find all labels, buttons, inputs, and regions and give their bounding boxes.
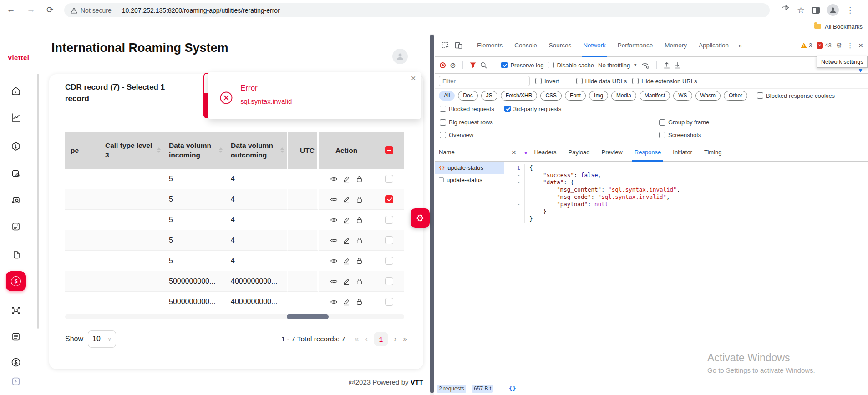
tab-sources[interactable]: Sources xyxy=(543,34,578,57)
tab-network[interactable]: Network xyxy=(577,34,612,57)
not-secure-icon[interactable] xyxy=(71,7,77,14)
col-header-type[interactable]: pe xyxy=(65,132,100,169)
row-checkbox[interactable] xyxy=(385,236,393,244)
camera-sync-icon[interactable] xyxy=(10,195,21,206)
lock-icon[interactable] xyxy=(355,257,363,265)
tab-memory[interactable]: Memory xyxy=(659,34,693,57)
page-scroll-thumb[interactable] xyxy=(430,35,434,393)
current-page-button[interactable]: 1 xyxy=(374,332,388,346)
col-header-select-all[interactable] xyxy=(374,132,404,169)
edit-icon[interactable] xyxy=(343,216,350,224)
edit-icon[interactable] xyxy=(343,257,350,265)
network-nodes-icon[interactable] xyxy=(10,305,21,316)
col-header-data-outcoming[interactable]: Data volumn outcoming xyxy=(225,132,287,169)
row-checkbox[interactable] xyxy=(385,216,393,224)
bookmark-star-icon[interactable]: ☆ xyxy=(797,5,805,15)
user-avatar[interactable] xyxy=(392,49,408,64)
filter-pill-wasm[interactable]: Wasm xyxy=(695,91,721,101)
search-icon[interactable] xyxy=(480,62,487,69)
select-all-checkbox[interactable] xyxy=(385,146,393,154)
request-row[interactable]: update-status xyxy=(435,174,504,186)
chip-settings-icon[interactable] xyxy=(10,168,21,179)
view-icon[interactable] xyxy=(330,196,338,203)
row-checkbox[interactable] xyxy=(385,175,393,183)
more-tabs-icon[interactable]: » xyxy=(735,41,746,49)
view-icon[interactable] xyxy=(330,175,338,183)
sort-icons[interactable] xyxy=(280,147,284,153)
filter-pill-js[interactable]: JS xyxy=(481,91,497,101)
filter-pill-other[interactable]: Other xyxy=(724,91,747,101)
all-bookmarks-label[interactable]: All Bookmarks xyxy=(825,23,863,30)
col-header-utc[interactable]: UTC xyxy=(287,132,319,169)
devtools-close-icon[interactable]: ✕ xyxy=(858,42,863,49)
browser-menu-icon[interactable]: ⋮ xyxy=(846,5,854,15)
hscroll-thumb[interactable] xyxy=(287,314,329,319)
request-row-selected[interactable]: {} update-status xyxy=(435,162,504,174)
overview-checkbox[interactable]: Overview xyxy=(440,132,473,138)
billing-active-item[interactable]: $ xyxy=(6,271,26,291)
disable-cache-checkbox[interactable]: Disable cache xyxy=(548,62,594,69)
home-icon[interactable] xyxy=(10,86,21,96)
errors-badge[interactable]: ✕ 43 xyxy=(817,42,831,49)
tab-timing[interactable]: Timing xyxy=(698,143,728,162)
big-request-rows-checkbox[interactable]: Big request rows xyxy=(440,119,493,126)
row-checkbox[interactable] xyxy=(385,277,393,285)
third-party-requests-checkbox[interactable]: 3rd-party requests xyxy=(504,106,562,112)
filter-pill-css[interactable]: CSS xyxy=(540,91,562,101)
back-icon[interactable]: ← xyxy=(5,5,16,15)
url-text[interactable]: 10.207.252.135:8200/roaming-app/utilitie… xyxy=(122,7,280,14)
first-page-button[interactable]: « xyxy=(355,334,359,344)
scroll-caret-icon[interactable]: ▼ xyxy=(858,67,863,74)
filter-pill-fetch-xhr[interactable]: Fetch/XHR xyxy=(501,91,538,101)
lock-icon[interactable] xyxy=(355,216,363,224)
edit-icon[interactable] xyxy=(343,278,350,285)
filter-funnel-icon[interactable] xyxy=(470,62,476,68)
export-har-icon[interactable] xyxy=(674,62,680,69)
inspect-element-icon[interactable] xyxy=(442,41,449,49)
view-icon[interactable] xyxy=(330,237,338,244)
address-bar[interactable]: Not secure 10.207.252.135:8200/roaming-a… xyxy=(64,3,770,17)
toast-close-icon[interactable]: ✕ xyxy=(411,75,416,82)
tab-headers[interactable]: Headers xyxy=(528,143,562,162)
filter-pill-doc[interactable]: Doc xyxy=(458,91,477,101)
bookmarks-folder-icon[interactable] xyxy=(814,24,821,29)
table-horizontal-scrollbar[interactable] xyxy=(65,314,404,319)
warnings-badge[interactable]: 3 xyxy=(801,42,812,49)
view-icon[interactable] xyxy=(330,216,338,224)
response-scrollbar[interactable] xyxy=(864,163,868,377)
browser-profile-avatar[interactable] xyxy=(827,4,839,16)
row-checkbox[interactable] xyxy=(385,257,393,265)
tab-response[interactable]: Response xyxy=(629,143,667,162)
tab-initiator[interactable]: Initiator xyxy=(667,143,698,162)
prev-page-button[interactable]: ‹ xyxy=(365,334,368,344)
hide-extension-urls-checkbox[interactable]: Hide extension URLs xyxy=(632,78,697,85)
sort-icons[interactable] xyxy=(157,147,161,153)
filter-pill-font[interactable]: Font xyxy=(565,91,586,101)
edit-icon[interactable] xyxy=(343,196,350,203)
side-panel-icon[interactable] xyxy=(812,7,820,14)
tab-payload[interactable]: Payload xyxy=(563,143,596,162)
devtools-menu-icon[interactable]: ⋮ xyxy=(847,41,853,50)
group-by-frame-checkbox[interactable]: Group by frame xyxy=(659,119,709,126)
tab-performance[interactable]: Performance xyxy=(612,34,659,57)
filter-pill-manifest[interactable]: Manifest xyxy=(640,91,670,101)
blocked-requests-checkbox[interactable]: Blocked requests xyxy=(440,106,494,112)
blocked-response-cookies-checkbox[interactable]: Blocked response cookies xyxy=(757,92,835,99)
edit-icon[interactable] xyxy=(343,237,350,244)
close-detail-icon[interactable]: ✕ xyxy=(507,149,521,156)
import-har-icon[interactable] xyxy=(664,62,670,69)
last-page-button[interactable]: » xyxy=(403,334,407,344)
clear-network-icon[interactable]: ⊘ xyxy=(450,61,456,70)
forward-icon[interactable]: → xyxy=(25,5,36,15)
tab-console[interactable]: Console xyxy=(508,34,543,57)
hide-data-urls-checkbox[interactable]: Hide data URLs xyxy=(576,78,627,85)
edit-icon[interactable] xyxy=(343,298,350,306)
chart-icon[interactable] xyxy=(10,112,21,123)
row-checkbox[interactable] xyxy=(385,298,393,306)
name-column-header[interactable]: Name xyxy=(435,143,504,162)
network-filter-input[interactable] xyxy=(439,76,530,86)
view-icon[interactable] xyxy=(330,257,338,265)
terminal-icon[interactable] xyxy=(10,376,21,387)
lock-icon[interactable] xyxy=(355,298,363,306)
col-header-call-type-level3[interactable]: Call type level 3 xyxy=(100,132,163,169)
